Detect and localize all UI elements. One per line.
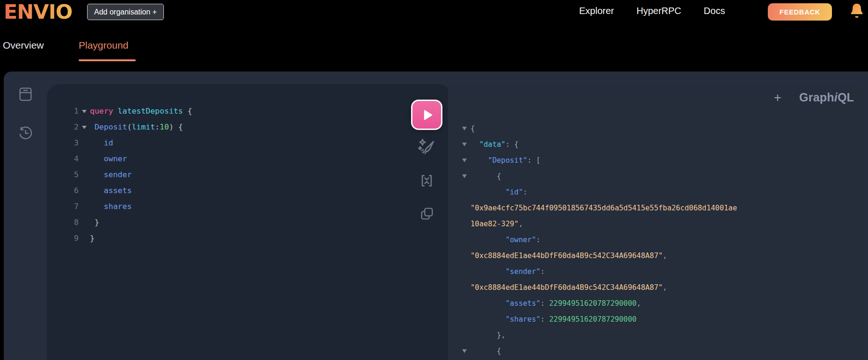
code-text: "sender": xyxy=(471,264,545,280)
response-line[interactable]: { xyxy=(458,343,865,359)
code-token xyxy=(471,299,506,308)
fold-triangle-icon[interactable] xyxy=(79,126,90,129)
add-organisation-button[interactable]: Add organisation + xyxy=(87,4,164,20)
line-number: 6 xyxy=(60,183,79,199)
response-viewer[interactable]: { "data": { "Deposit": [ { "id":"0x9ae4c… xyxy=(458,121,865,359)
code-token: latestDeposits xyxy=(118,107,183,115)
query-editor[interactable]: 1query latestDeposits {2 Deposit(limit:1… xyxy=(60,103,405,246)
docs-icon[interactable] xyxy=(17,86,34,102)
code-text: { xyxy=(471,121,475,137)
top-nav: ExplorerHyperRPCDocs xyxy=(579,6,725,16)
response-line[interactable]: }, xyxy=(458,327,865,343)
nav-link-hyperrpc[interactable]: HyperRPC xyxy=(636,6,681,16)
code-text: "0xc8884edE1ae44bDfF60da4B9c542C34A69648… xyxy=(471,248,667,264)
code-line[interactable]: 6 assets xyxy=(60,183,405,199)
execute-query-button[interactable] xyxy=(411,100,442,130)
fold-triangle-icon[interactable] xyxy=(458,349,471,353)
code-token: ( xyxy=(127,122,132,131)
feedback-button[interactable]: FEEDBACK xyxy=(768,3,832,21)
code-token: { xyxy=(471,124,475,133)
response-line[interactable]: { xyxy=(458,168,865,184)
nav-link-docs[interactable]: Docs xyxy=(704,6,725,16)
active-tab-underline xyxy=(79,59,136,61)
fold-triangle-icon[interactable] xyxy=(458,127,471,130)
code-token xyxy=(471,315,506,324)
response-line[interactable]: "0xc8884edE1ae44bDfF60da4B9c542C34A69648… xyxy=(458,280,865,295)
history-icon[interactable] xyxy=(17,124,34,141)
response-line[interactable]: "0xc8884edE1ae44bDfF60da4B9c542C34A69648… xyxy=(458,248,865,264)
code-text: sender xyxy=(90,167,132,183)
fold-triangle-icon[interactable] xyxy=(458,143,471,146)
line-number: 5 xyxy=(60,167,79,183)
code-token: id xyxy=(104,138,113,147)
code-text: query latestDeposits { xyxy=(90,103,192,119)
prettify-icon[interactable] xyxy=(416,137,436,157)
fold-triangle-icon[interactable] xyxy=(79,110,90,113)
code-token xyxy=(471,140,479,149)
code-token: limit xyxy=(132,122,155,131)
response-panel: + GraphiQL { "data": { "Deposit": [ { "i… xyxy=(448,84,865,360)
code-line[interactable]: 8 } xyxy=(60,215,405,230)
graphiql-logo-ql: QL xyxy=(838,91,854,104)
code-token: 22994951620787290000 xyxy=(549,299,637,308)
code-token: : xyxy=(536,236,540,244)
code-token: ) { xyxy=(169,122,183,131)
tab-playground[interactable]: Playground xyxy=(79,40,128,51)
nav-link-explorer[interactable]: Explorer xyxy=(579,6,614,16)
code-token: owner xyxy=(104,154,127,163)
response-line[interactable]: "data": { xyxy=(458,137,865,152)
response-line[interactable]: "id": xyxy=(458,184,865,200)
code-token: }, xyxy=(471,331,506,339)
code-text: "id": xyxy=(471,184,527,200)
code-token: , xyxy=(663,283,667,292)
code-line[interactable]: 5 sender xyxy=(60,167,405,183)
code-line[interactable]: 3 id xyxy=(60,135,405,151)
envio-logo[interactable]: ENVIO xyxy=(4,0,72,23)
code-token: "Deposit" xyxy=(488,156,527,165)
code-token: "assets" xyxy=(506,299,541,308)
code-text: "0xc8884edE1ae44bDfF60da4B9c542C34A69648… xyxy=(471,280,667,295)
tab-overview[interactable]: Overview xyxy=(3,40,44,51)
fold-triangle-icon[interactable] xyxy=(458,174,471,178)
code-line[interactable]: 1query latestDeposits { xyxy=(60,103,405,119)
code-line[interactable]: 7 shares xyxy=(60,199,405,215)
triangle-down-icon xyxy=(462,158,467,162)
page: ENVIO Add organisation + ExplorerHyperRP… xyxy=(0,0,868,360)
code-token xyxy=(113,107,118,115)
response-line[interactable]: "Deposit": [ xyxy=(458,152,865,168)
response-line[interactable]: { xyxy=(458,121,865,137)
code-text: Deposit(limit:10) { xyxy=(90,119,183,135)
response-line[interactable]: "assets": 22994951620787290000, xyxy=(458,295,865,311)
triangle-down-icon xyxy=(82,126,87,129)
code-token: : xyxy=(540,299,549,308)
code-token: "sender" xyxy=(506,267,541,276)
response-line[interactable]: "shares": 22994951620787290000 xyxy=(458,311,865,327)
graphiql-logo-graph: Graph xyxy=(799,91,834,104)
code-token: 10 xyxy=(160,122,169,131)
response-line[interactable]: "0x9ae4cfc75bc744f095018567435dd6a5d5415… xyxy=(458,200,865,216)
bell-icon[interactable] xyxy=(848,2,865,21)
response-line[interactable]: 10ae82-329", xyxy=(458,216,865,232)
code-token: : [ xyxy=(527,156,540,165)
code-token: assets xyxy=(104,186,132,195)
add-tab-button[interactable]: + xyxy=(774,91,781,104)
merge-icon[interactable] xyxy=(419,173,435,189)
code-text: "shares": 22994951620787290000 xyxy=(471,311,637,327)
fold-triangle-icon[interactable] xyxy=(458,158,471,162)
triangle-down-icon xyxy=(462,127,467,130)
line-number: 3 xyxy=(60,135,79,151)
code-line[interactable]: 9} xyxy=(60,230,405,246)
code-line[interactable]: 2 Deposit(limit:10) { xyxy=(60,119,405,135)
code-token xyxy=(471,156,488,165)
code-token xyxy=(471,236,506,244)
copy-icon[interactable] xyxy=(419,206,434,221)
response-line[interactable]: "sender": xyxy=(458,264,865,280)
code-text: { xyxy=(471,168,501,184)
code-token: shares xyxy=(104,202,132,211)
code-token: "owner" xyxy=(506,236,536,244)
response-line[interactable]: "owner": xyxy=(458,232,865,248)
triangle-down-icon xyxy=(462,143,467,146)
code-line[interactable]: 4 owner xyxy=(60,151,405,167)
query-editor-panel: 1query latestDeposits {2 Deposit(limit:1… xyxy=(47,84,452,360)
code-token: : { xyxy=(506,140,519,149)
